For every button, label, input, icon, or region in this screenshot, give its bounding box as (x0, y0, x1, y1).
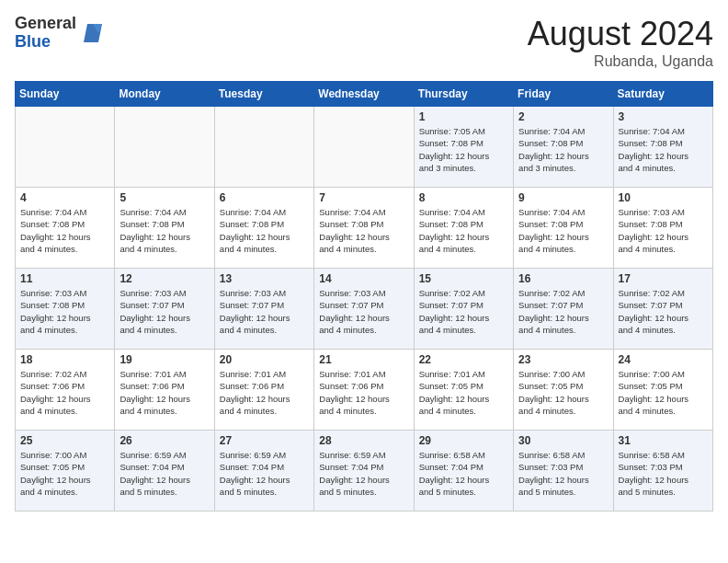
calendar-cell: 21Sunrise: 7:01 AM Sunset: 7:06 PM Dayli… (314, 350, 414, 431)
weekday-header-sunday: Sunday (16, 82, 115, 107)
calendar-cell: 6Sunrise: 7:04 AM Sunset: 7:08 PM Daylig… (214, 188, 313, 269)
day-number: 1 (419, 110, 508, 123)
day-info: Sunrise: 7:01 AM Sunset: 7:06 PM Dayligh… (119, 368, 209, 417)
day-info: Sunrise: 7:05 AM Sunset: 7:08 PM Dayligh… (419, 125, 508, 174)
weekday-header-tuesday: Tuesday (214, 82, 313, 107)
day-info: Sunrise: 7:04 AM Sunset: 7:08 PM Dayligh… (20, 206, 109, 255)
calendar-cell: 2Sunrise: 7:04 AM Sunset: 7:08 PM Daylig… (514, 107, 613, 188)
calendar-week-row: 4Sunrise: 7:04 AM Sunset: 7:08 PM Daylig… (16, 188, 713, 269)
calendar-cell: 3Sunrise: 7:04 AM Sunset: 7:08 PM Daylig… (613, 107, 712, 188)
day-info: Sunrise: 6:58 AM Sunset: 7:03 PM Dayligh… (518, 449, 608, 498)
day-number: 9 (518, 191, 608, 204)
day-number: 15 (419, 272, 508, 285)
calendar-cell: 31Sunrise: 6:58 AM Sunset: 7:03 PM Dayli… (613, 431, 712, 511)
day-info: Sunrise: 6:59 AM Sunset: 7:04 PM Dayligh… (119, 449, 209, 498)
day-info: Sunrise: 7:03 AM Sunset: 7:08 PM Dayligh… (619, 206, 708, 255)
day-info: Sunrise: 7:02 AM Sunset: 7:07 PM Dayligh… (518, 287, 608, 336)
day-number: 4 (20, 191, 109, 204)
day-info: Sunrise: 6:58 AM Sunset: 7:03 PM Dayligh… (619, 449, 708, 498)
day-number: 6 (220, 191, 309, 204)
calendar-cell (214, 107, 313, 188)
calendar-table: SundayMondayTuesdayWednesdayThursdayFrid… (15, 81, 713, 511)
day-info: Sunrise: 7:04 AM Sunset: 7:08 PM Dayligh… (419, 206, 508, 255)
day-number: 5 (119, 191, 209, 204)
day-number: 30 (518, 434, 608, 447)
day-number: 7 (319, 191, 408, 204)
calendar-week-row: 18Sunrise: 7:02 AM Sunset: 7:06 PM Dayli… (16, 350, 713, 431)
month-title: August 2024 (528, 15, 713, 53)
calendar-cell: 26Sunrise: 6:59 AM Sunset: 7:04 PM Dayli… (115, 431, 214, 511)
day-info: Sunrise: 7:03 AM Sunset: 7:07 PM Dayligh… (119, 287, 209, 336)
day-info: Sunrise: 7:01 AM Sunset: 7:05 PM Dayligh… (419, 368, 508, 417)
day-info: Sunrise: 6:59 AM Sunset: 7:04 PM Dayligh… (220, 449, 309, 498)
calendar-cell: 14Sunrise: 7:03 AM Sunset: 7:07 PM Dayli… (314, 269, 414, 350)
day-info: Sunrise: 7:02 AM Sunset: 7:07 PM Dayligh… (619, 287, 708, 336)
day-number: 27 (220, 434, 309, 447)
day-number: 8 (419, 191, 508, 204)
day-number: 14 (319, 272, 408, 285)
day-number: 26 (119, 434, 209, 447)
calendar-cell: 5Sunrise: 7:04 AM Sunset: 7:08 PM Daylig… (115, 188, 214, 269)
day-info: Sunrise: 6:58 AM Sunset: 7:04 PM Dayligh… (419, 449, 508, 498)
calendar-cell: 28Sunrise: 6:59 AM Sunset: 7:04 PM Dayli… (314, 431, 414, 511)
page-header: General Blue August 2024 Rubanda, Uganda (15, 15, 713, 70)
day-info: Sunrise: 7:01 AM Sunset: 7:06 PM Dayligh… (220, 368, 309, 417)
calendar-cell: 4Sunrise: 7:04 AM Sunset: 7:08 PM Daylig… (16, 188, 115, 269)
calendar-cell: 25Sunrise: 7:00 AM Sunset: 7:05 PM Dayli… (16, 431, 115, 511)
weekday-header-friday: Friday (514, 82, 613, 107)
day-info: Sunrise: 7:03 AM Sunset: 7:07 PM Dayligh… (220, 287, 309, 336)
day-info: Sunrise: 7:04 AM Sunset: 7:08 PM Dayligh… (518, 125, 608, 174)
weekday-header-saturday: Saturday (613, 82, 712, 107)
day-number: 17 (619, 272, 708, 285)
day-info: Sunrise: 7:02 AM Sunset: 7:06 PM Dayligh… (20, 368, 109, 417)
calendar-cell: 23Sunrise: 7:00 AM Sunset: 7:05 PM Dayli… (514, 350, 613, 431)
location: Rubanda, Uganda (528, 53, 713, 70)
calendar-cell: 18Sunrise: 7:02 AM Sunset: 7:06 PM Dayli… (16, 350, 115, 431)
day-number: 29 (419, 434, 508, 447)
calendar-cell: 20Sunrise: 7:01 AM Sunset: 7:06 PM Dayli… (214, 350, 313, 431)
calendar-cell: 13Sunrise: 7:03 AM Sunset: 7:07 PM Dayli… (214, 269, 313, 350)
day-number: 19 (119, 353, 209, 366)
calendar-week-row: 11Sunrise: 7:03 AM Sunset: 7:08 PM Dayli… (16, 269, 713, 350)
day-info: Sunrise: 7:04 AM Sunset: 7:08 PM Dayligh… (518, 206, 608, 255)
calendar-cell (16, 107, 115, 188)
calendar-cell: 30Sunrise: 6:58 AM Sunset: 7:03 PM Dayli… (514, 431, 613, 511)
calendar-week-row: 1Sunrise: 7:05 AM Sunset: 7:08 PM Daylig… (16, 107, 713, 188)
day-info: Sunrise: 7:03 AM Sunset: 7:08 PM Dayligh… (20, 287, 109, 336)
day-number: 24 (619, 353, 708, 366)
calendar-cell: 27Sunrise: 6:59 AM Sunset: 7:04 PM Dayli… (214, 431, 313, 511)
day-info: Sunrise: 7:00 AM Sunset: 7:05 PM Dayligh… (619, 368, 708, 417)
weekday-header-monday: Monday (115, 82, 214, 107)
day-info: Sunrise: 6:59 AM Sunset: 7:04 PM Dayligh… (319, 449, 408, 498)
day-number: 22 (419, 353, 508, 366)
calendar-cell: 7Sunrise: 7:04 AM Sunset: 7:08 PM Daylig… (314, 188, 414, 269)
calendar-cell: 16Sunrise: 7:02 AM Sunset: 7:07 PM Dayli… (514, 269, 613, 350)
calendar-cell: 15Sunrise: 7:02 AM Sunset: 7:07 PM Dayli… (414, 269, 513, 350)
weekday-header-wednesday: Wednesday (314, 82, 414, 107)
day-info: Sunrise: 7:03 AM Sunset: 7:07 PM Dayligh… (319, 287, 408, 336)
day-number: 21 (319, 353, 408, 366)
weekday-header-row: SundayMondayTuesdayWednesdayThursdayFrid… (16, 82, 713, 107)
day-number: 11 (20, 272, 109, 285)
day-info: Sunrise: 7:04 AM Sunset: 7:08 PM Dayligh… (619, 125, 708, 174)
weekday-header-thursday: Thursday (414, 82, 513, 107)
day-number: 12 (119, 272, 209, 285)
title-block: August 2024 Rubanda, Uganda (528, 15, 713, 70)
day-number: 31 (619, 434, 708, 447)
calendar-cell: 19Sunrise: 7:01 AM Sunset: 7:06 PM Dayli… (115, 350, 214, 431)
calendar-cell: 29Sunrise: 6:58 AM Sunset: 7:04 PM Dayli… (414, 431, 513, 511)
calendar-cell: 8Sunrise: 7:04 AM Sunset: 7:08 PM Daylig… (414, 188, 513, 269)
calendar-cell: 17Sunrise: 7:02 AM Sunset: 7:07 PM Dayli… (613, 269, 712, 350)
calendar-cell: 9Sunrise: 7:04 AM Sunset: 7:08 PM Daylig… (514, 188, 613, 269)
day-number: 16 (518, 272, 608, 285)
calendar-cell (314, 107, 414, 188)
calendar-cell: 11Sunrise: 7:03 AM Sunset: 7:08 PM Dayli… (16, 269, 115, 350)
day-info: Sunrise: 7:00 AM Sunset: 7:05 PM Dayligh… (20, 449, 109, 498)
calendar-cell: 12Sunrise: 7:03 AM Sunset: 7:07 PM Dayli… (115, 269, 214, 350)
calendar-cell (115, 107, 214, 188)
logo: General Blue (15, 15, 106, 52)
day-number: 28 (319, 434, 408, 447)
day-info: Sunrise: 7:04 AM Sunset: 7:08 PM Dayligh… (119, 206, 209, 255)
calendar-cell: 1Sunrise: 7:05 AM Sunset: 7:08 PM Daylig… (414, 107, 513, 188)
day-info: Sunrise: 7:00 AM Sunset: 7:05 PM Dayligh… (518, 368, 608, 417)
